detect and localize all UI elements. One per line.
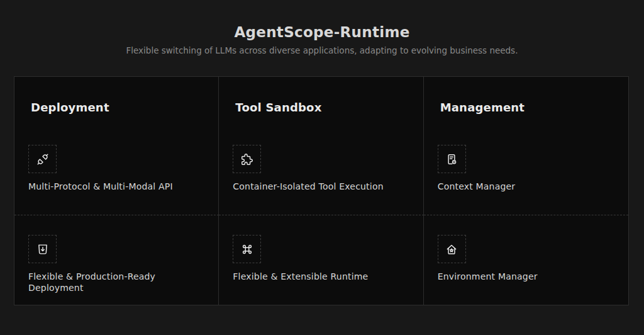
column-header-deployment: Deployment (31, 101, 211, 114)
puzzle-icon-box (233, 145, 261, 173)
deploy-box-icon-box (28, 235, 57, 263)
cell-deployment-header: Deployment Multi-Protocol & Multi-Modal … (14, 77, 219, 215)
feature-label: Multi-Protocol & Multi-Modal API (28, 181, 211, 192)
cell-management-second: Environment Manager (424, 215, 628, 305)
cell-deployment-second: Flexible & Production-Ready Deployment (14, 215, 219, 305)
cell-management-header: Management Context Manager (424, 77, 628, 215)
cell-tool-sandbox-second: Flexible & Extensible Runtime (219, 215, 423, 305)
feature-label: Environment Manager (438, 271, 621, 282)
feature-table: Deployment Multi-Protocol & Multi-Modal … (14, 76, 629, 305)
deploy-box-icon (36, 242, 50, 256)
command-icon (240, 242, 254, 256)
hero-section: AgentScope-Runtime Flexible switching of… (0, 0, 644, 56)
column-header-tool-sandbox: Tool Sandbox (235, 101, 415, 114)
command-icon-box (233, 235, 261, 263)
feature-label: Context Manager (438, 181, 621, 192)
home-star-icon (445, 242, 458, 256)
cell-tool-sandbox-header: Tool Sandbox Container-Isolated Tool Exe… (219, 77, 423, 215)
column-header-management: Management (440, 101, 621, 114)
api-plug-icon (36, 152, 50, 166)
page-title: AgentScope-Runtime (0, 23, 644, 42)
feature-label: Container-Isolated Tool Execution (233, 181, 415, 192)
puzzle-icon (240, 152, 254, 166)
feature-label: Flexible & Production-Ready Deployment (28, 271, 211, 293)
page-subtitle: Flexible switching of LLMs across divers… (0, 45, 644, 56)
feature-label: Flexible & Extensible Runtime (233, 271, 415, 282)
file-gear-icon (445, 152, 458, 166)
file-gear-icon-box (438, 145, 466, 173)
api-plug-icon-box (28, 145, 57, 173)
home-star-icon-box (438, 235, 466, 263)
